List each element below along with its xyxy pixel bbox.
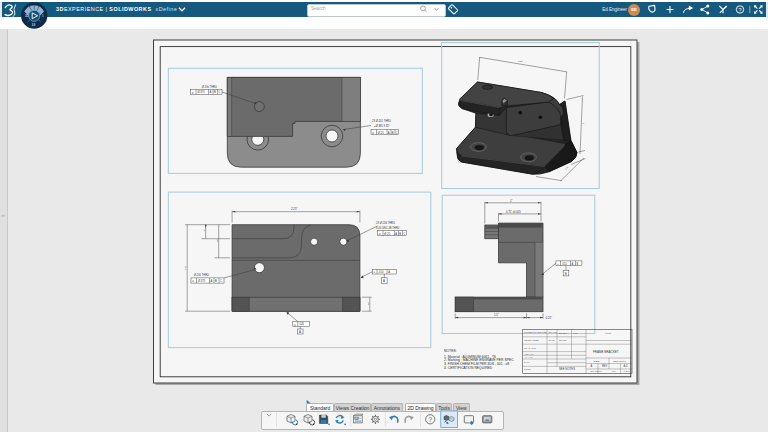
svg-text:B: B xyxy=(215,279,217,283)
svg-text:.020: .020 xyxy=(299,322,305,326)
svg-text:SCALE 1:1: SCALE 1:1 xyxy=(591,370,603,372)
svg-text:.XX ±.01: .XX ±.01 xyxy=(524,356,533,358)
svg-text:?: ? xyxy=(739,7,742,13)
svg-text:A: A xyxy=(388,131,390,135)
svg-text:FRAME BRACKET: FRAME BRACKET xyxy=(593,350,619,354)
svg-text:NOTES:: NOTES: xyxy=(444,349,457,353)
svg-text:.010: .010 xyxy=(378,270,384,274)
svg-text:S: S xyxy=(42,14,44,18)
svg-text:ED ENG: ED ENG xyxy=(559,332,568,334)
svg-text:B: B xyxy=(565,272,567,276)
svg-text:A: A xyxy=(572,262,574,266)
svg-text:A: A xyxy=(383,279,385,283)
svg-text:2.25": 2.25" xyxy=(291,207,297,211)
svg-text:⊙: ⊙ xyxy=(192,92,194,95)
svg-text:0.75" ±0.005: 0.75" ±0.005 xyxy=(506,210,521,214)
svg-text:A: A xyxy=(210,90,212,94)
svg-text:MAT'L: MAT'L xyxy=(524,361,531,363)
svg-text:SIZE: SIZE xyxy=(594,360,600,363)
svg-text:⊙: ⊙ xyxy=(192,280,194,283)
svg-text:22-8-22: 22-8-22 xyxy=(559,339,567,341)
svg-text:⊙: ⊙ xyxy=(379,233,381,236)
svg-text:C: C xyxy=(403,232,405,236)
svg-text:1.5": 1.5" xyxy=(494,313,499,317)
svg-text:1.50: 1.50 xyxy=(518,60,523,63)
svg-text:Ø.25: Ø.25 xyxy=(378,131,384,135)
svg-text:UNLESS OTHERWISE: UNLESS OTHERWISE xyxy=(524,331,547,333)
svg-text:.5": .5" xyxy=(203,229,206,232)
svg-text:Ø.375: Ø.375 xyxy=(198,90,206,94)
svg-text:2X Ø.201 THRU: 2X Ø.201 THRU xyxy=(372,119,391,123)
svg-text:C: C xyxy=(219,90,221,94)
svg-text:⌅Ø.385 X 82°: ⌅Ø.385 X 82° xyxy=(374,124,390,128)
svg-text:3.0: 3.0 xyxy=(32,23,36,27)
svg-text:?: ? xyxy=(428,416,432,423)
svg-text:.010: .010 xyxy=(562,262,568,266)
svg-text:1 OF 1: 1 OF 1 xyxy=(624,370,632,372)
svg-text:TITLE: TITLE xyxy=(605,332,611,334)
svg-text:.75": .75" xyxy=(216,239,219,243)
svg-text:4. CERTIFICATION REQUIRED: 4. CERTIFICATION REQUIRED xyxy=(444,366,493,370)
svg-text:A: A xyxy=(211,279,213,283)
svg-text:1.5": 1.5" xyxy=(184,266,187,270)
svg-text:Ø.19x THRU: Ø.19x THRU xyxy=(202,85,217,89)
svg-text:C: C xyxy=(220,279,222,283)
svg-text:A: A xyxy=(388,270,390,274)
svg-text:A: A xyxy=(395,232,397,236)
svg-text:⊙: ⊙ xyxy=(372,132,374,135)
svg-text:1": 1" xyxy=(510,199,513,203)
svg-text:ANG ±0.5: ANG ±0.5 xyxy=(524,353,534,355)
svg-text:2X Ø.136 THRU: 2X Ø.136 THRU xyxy=(376,221,395,225)
svg-text:WT: WT xyxy=(612,370,616,372)
svg-text:A-3: A-3 xyxy=(624,364,629,368)
svg-text:B: B xyxy=(214,90,216,94)
svg-text:Ø.201 THRU: Ø.201 THRU xyxy=(194,273,209,277)
svg-text:B: B xyxy=(392,131,394,135)
svg-text:3D: 3D xyxy=(25,14,29,18)
svg-text:A: A xyxy=(591,364,593,368)
svg-text:CHKD: CHKD xyxy=(549,339,556,341)
svg-text:FINISH: FINISH xyxy=(524,368,532,370)
svg-text:A: A xyxy=(299,330,301,334)
svg-text:C: C xyxy=(396,131,398,135)
svg-text:4-40 UNC-2B THRU: 4-40 UNC-2B THRU xyxy=(376,226,400,230)
svg-text:REV: REV xyxy=(602,364,608,368)
svg-text:SEE NOTES: SEE NOTES xyxy=(559,367,575,371)
svg-text:.25": .25" xyxy=(367,302,370,306)
svg-text:B: B xyxy=(577,262,579,266)
svg-text:TOLERANCES: TOLERANCES xyxy=(524,339,539,341)
svg-text:3DS-00967: 3DS-00967 xyxy=(613,360,626,363)
svg-text:Ø.25: Ø.25 xyxy=(384,232,390,236)
svg-text:FRAC ±1/16: FRAC ±1/16 xyxy=(524,347,537,349)
svg-text:DRAWN: DRAWN xyxy=(549,331,558,333)
svg-text:0.25": 0.25" xyxy=(546,316,552,320)
svg-text:Ø.375: Ø.375 xyxy=(198,279,206,283)
svg-text:B: B xyxy=(399,232,401,236)
svg-text:8-22: 8-22 xyxy=(573,332,578,334)
